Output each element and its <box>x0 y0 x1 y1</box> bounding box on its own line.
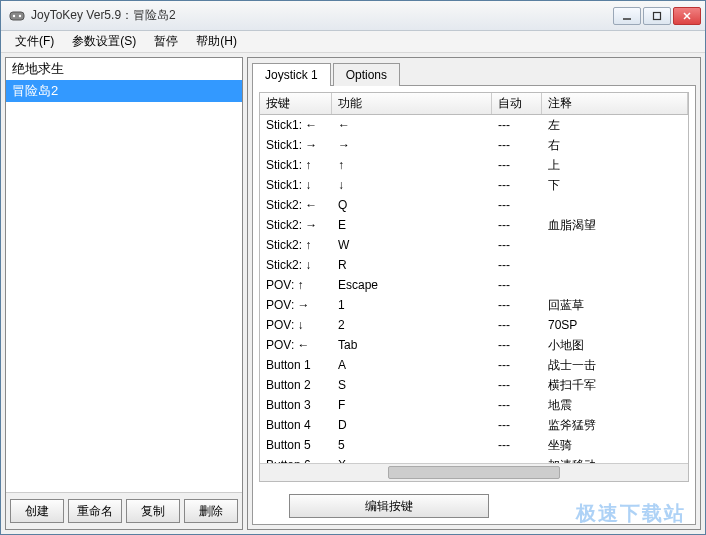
table-row[interactable]: POV: ↑Escape--- <box>260 275 688 295</box>
cell-auto: --- <box>492 338 542 352</box>
cell-button: Button 5 <box>260 438 332 452</box>
mapping-grid: 按键 功能 自动 注释 Stick1: ←←---左Stick1: →→---右… <box>259 92 689 482</box>
table-row[interactable]: Stick2: ↓R--- <box>260 255 688 275</box>
cell-button: Button 4 <box>260 418 332 432</box>
table-row[interactable]: Button 4D---监斧猛劈 <box>260 415 688 435</box>
cell-auto: --- <box>492 118 542 132</box>
edit-button[interactable]: 编辑按键 <box>289 494 489 518</box>
cell-button: POV: ↓ <box>260 318 332 332</box>
cell-function: ← <box>332 118 492 132</box>
cell-auto: --- <box>492 418 542 432</box>
menu-settings[interactable]: 参数设置(S) <box>64 31 144 52</box>
tab-joystick[interactable]: Joystick 1 <box>252 63 331 86</box>
cell-function: E <box>332 218 492 232</box>
cell-note: 回蓝草 <box>542 297 688 314</box>
cell-function: → <box>332 138 492 152</box>
cell-function: ↓ <box>332 178 492 192</box>
cell-auto: --- <box>492 158 542 172</box>
scrollbar-thumb[interactable] <box>388 466 559 479</box>
table-row[interactable]: Button 3F---地震 <box>260 395 688 415</box>
svg-rect-4 <box>654 12 661 19</box>
cell-button: Stick2: ↓ <box>260 258 332 272</box>
mapping-panel: Joystick 1 Options 按键 功能 自动 注释 Stick1: ←… <box>247 57 701 530</box>
cell-function: F <box>332 398 492 412</box>
cell-button: Button 3 <box>260 398 332 412</box>
app-icon <box>9 8 25 24</box>
cell-button: Stick1: → <box>260 138 332 152</box>
window-title: JoyToKey Ver5.9：冒险岛2 <box>31 7 613 24</box>
menu-pause[interactable]: 暂停 <box>146 31 186 52</box>
col-auto[interactable]: 自动 <box>492 93 542 114</box>
cell-auto: --- <box>492 218 542 232</box>
col-note[interactable]: 注释 <box>542 93 688 114</box>
menu-help[interactable]: 帮助(H) <box>188 31 245 52</box>
table-row[interactable]: Button 55---坐骑 <box>260 435 688 455</box>
cell-note: 左 <box>542 117 688 134</box>
tab-body: 按键 功能 自动 注释 Stick1: ←←---左Stick1: →→---右… <box>252 85 696 525</box>
cell-function: 1 <box>332 298 492 312</box>
table-row[interactable]: Button 2S---横扫千军 <box>260 375 688 395</box>
profile-list[interactable]: 绝地求生冒险岛2 <box>6 58 242 493</box>
cell-auto: --- <box>492 318 542 332</box>
cell-button: POV: ↑ <box>260 278 332 292</box>
cell-function: Escape <box>332 278 492 292</box>
table-row[interactable]: Stick1: ←←---左 <box>260 115 688 135</box>
profile-item[interactable]: 冒险岛2 <box>6 80 242 102</box>
titlebar[interactable]: JoyToKey Ver5.9：冒险岛2 <box>1 1 705 31</box>
tab-options[interactable]: Options <box>333 63 400 86</box>
cell-note: 下 <box>542 177 688 194</box>
cell-note: 横扫千军 <box>542 377 688 394</box>
app-window: JoyToKey Ver5.9：冒险岛2 文件(F) 参数设置(S) 暂停 帮助… <box>0 0 706 535</box>
table-row[interactable]: POV: ↓2---70SP <box>260 315 688 335</box>
minimize-button[interactable] <box>613 7 641 25</box>
cell-function: S <box>332 378 492 392</box>
table-row[interactable]: Stick2: ←Q--- <box>260 195 688 215</box>
close-button[interactable] <box>673 7 701 25</box>
svg-point-1 <box>13 14 15 16</box>
cell-button: Button 1 <box>260 358 332 372</box>
table-row[interactable]: Stick1: ↓↓---下 <box>260 175 688 195</box>
table-row[interactable]: Button 6X---加速移动 <box>260 455 688 463</box>
rename-button[interactable]: 重命名 <box>68 499 122 523</box>
table-row[interactable]: POV: ←Tab---小地图 <box>260 335 688 355</box>
cell-button: Stick1: ↓ <box>260 178 332 192</box>
cell-function: 2 <box>332 318 492 332</box>
table-row[interactable]: Stick2: ↑W--- <box>260 235 688 255</box>
copy-button[interactable]: 复制 <box>126 499 180 523</box>
cell-note: 70SP <box>542 318 688 332</box>
col-button[interactable]: 按键 <box>260 93 332 114</box>
profile-buttons: 创建 重命名 复制 删除 <box>6 493 242 529</box>
table-row[interactable]: Stick1: →→---右 <box>260 135 688 155</box>
cell-function: A <box>332 358 492 372</box>
cell-function: R <box>332 258 492 272</box>
cell-auto: --- <box>492 358 542 372</box>
content-area: 绝地求生冒险岛2 创建 重命名 复制 删除 Joystick 1 Options… <box>1 53 705 534</box>
horizontal-scrollbar[interactable] <box>260 463 688 481</box>
cell-button: Stick2: → <box>260 218 332 232</box>
cell-auto: --- <box>492 398 542 412</box>
table-row[interactable]: Stick1: ↑↑---上 <box>260 155 688 175</box>
cell-function: Q <box>332 198 492 212</box>
menu-file[interactable]: 文件(F) <box>7 31 62 52</box>
maximize-button[interactable] <box>643 7 671 25</box>
cell-function: W <box>332 238 492 252</box>
grid-body[interactable]: Stick1: ←←---左Stick1: →→---右Stick1: ↑↑--… <box>260 115 688 463</box>
cell-function: Tab <box>332 338 492 352</box>
cell-button: Stick1: ↑ <box>260 158 332 172</box>
col-function[interactable]: 功能 <box>332 93 492 114</box>
cell-button: Stick2: ↑ <box>260 238 332 252</box>
menubar: 文件(F) 参数设置(S) 暂停 帮助(H) <box>1 31 705 53</box>
table-row[interactable]: Stick2: →E---血脂渴望 <box>260 215 688 235</box>
cell-function: ↑ <box>332 158 492 172</box>
table-row[interactable]: POV: →1---回蓝草 <box>260 295 688 315</box>
create-button[interactable]: 创建 <box>10 499 64 523</box>
cell-auto: --- <box>492 278 542 292</box>
profile-item[interactable]: 绝地求生 <box>6 58 242 80</box>
cell-button: Stick1: ← <box>260 118 332 132</box>
delete-button[interactable]: 删除 <box>184 499 238 523</box>
table-row[interactable]: Button 1A---战士一击 <box>260 355 688 375</box>
cell-function: 5 <box>332 438 492 452</box>
cell-note: 坐骑 <box>542 437 688 454</box>
cell-auto: --- <box>492 438 542 452</box>
cell-button: Button 2 <box>260 378 332 392</box>
